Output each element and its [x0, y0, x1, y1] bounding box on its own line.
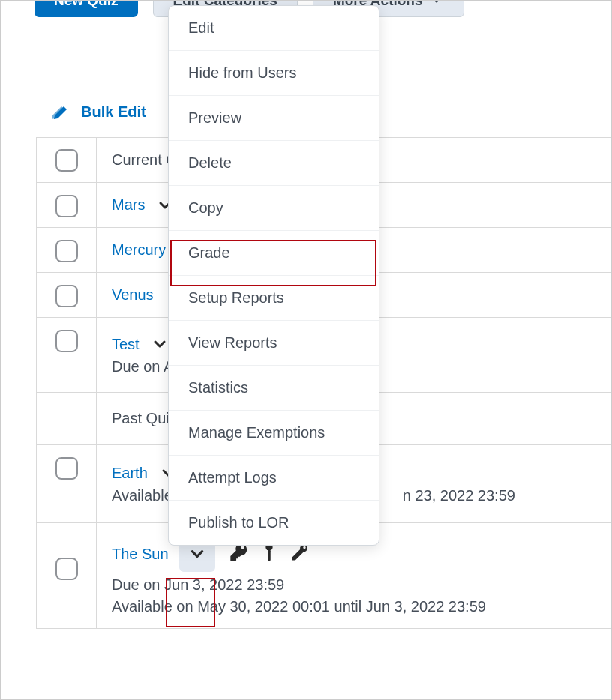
menu-item-view-reports[interactable]: View Reports: [169, 321, 379, 366]
quiz-link-earth[interactable]: Earth: [112, 465, 148, 482]
quiz-link-sun[interactable]: The Sun: [112, 546, 169, 563]
quiz-link-test[interactable]: Test: [112, 336, 140, 353]
row-checkbox[interactable]: [56, 330, 78, 352]
svg-rect-1: [268, 549, 271, 561]
bulk-edit-label: Bulk Edit: [81, 103, 146, 121]
menu-item-setup-reports[interactable]: Setup Reports: [169, 276, 379, 321]
menu-item-statistics[interactable]: Statistics: [169, 366, 379, 411]
quiz-availability-text: Available on May 30, 2022 00:01 until Ju…: [112, 598, 596, 615]
menu-item-attempt-logs[interactable]: Attempt Logs: [169, 456, 379, 501]
new-quiz-label: New Quiz: [54, 0, 118, 9]
menu-item-delete[interactable]: Delete: [169, 141, 379, 186]
select-all-current-checkbox[interactable]: [56, 149, 78, 172]
menu-item-manage-exemptions[interactable]: Manage Exemptions: [169, 411, 379, 456]
row-checkbox[interactable]: [56, 285, 78, 307]
menu-item-copy[interactable]: Copy: [169, 186, 379, 231]
menu-item-publish-lor[interactable]: Publish to LOR: [169, 501, 379, 545]
chevron-down-icon: [423, 0, 444, 10]
pencil-icon: [52, 103, 72, 121]
quiz-actions-toggle[interactable]: [150, 334, 170, 354]
row-checkbox[interactable]: [56, 457, 78, 480]
row-checkbox[interactable]: [56, 195, 78, 217]
quiz-actions-menu: Edit Hide from Users Preview Delete Copy…: [168, 5, 380, 546]
new-quiz-button[interactable]: New Quiz: [34, 0, 138, 17]
menu-item-grade[interactable]: Grade: [169, 231, 379, 276]
quiz-link-venus[interactable]: Venus: [112, 286, 154, 304]
menu-item-preview[interactable]: Preview: [169, 96, 379, 141]
quiz-link-mercury[interactable]: Mercury: [112, 241, 166, 259]
menu-item-hide[interactable]: Hide from Users: [169, 51, 379, 96]
row-checkbox[interactable]: [56, 240, 78, 262]
menu-item-edit[interactable]: Edit: [169, 6, 379, 51]
quiz-link-mars[interactable]: Mars: [112, 196, 145, 214]
quiz-due-text: Due on Jun 3, 2022 23:59: [112, 576, 596, 594]
row-checkbox[interactable]: [56, 558, 78, 580]
